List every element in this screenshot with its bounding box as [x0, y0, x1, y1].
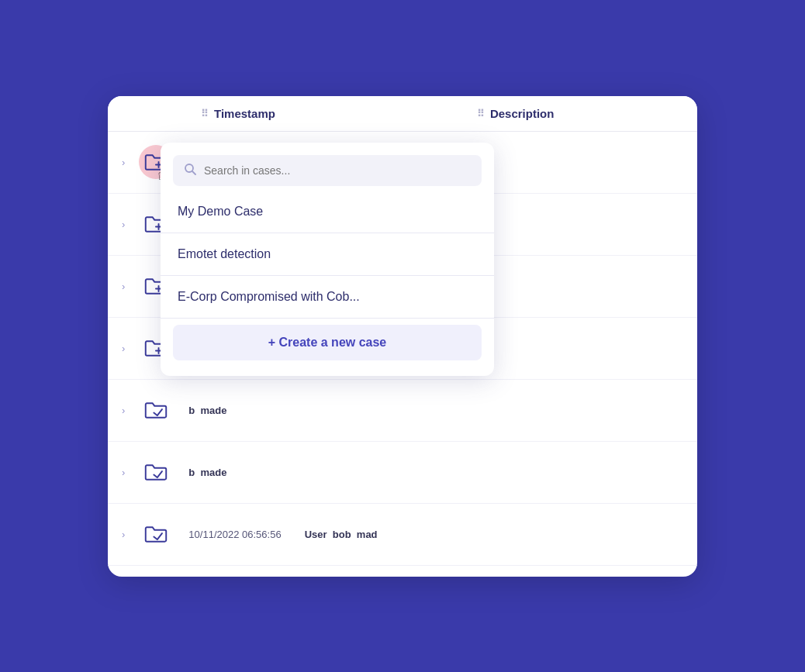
row-content: b made: [188, 405, 683, 416]
search-input[interactable]: [204, 164, 471, 177]
row-content: 10/11/2022 06:56:56 User bob mad: [188, 529, 683, 540]
row-timestamp: 10/11/2022 06:56:56: [188, 529, 281, 540]
row-desc: b made: [188, 467, 226, 478]
chevron-icon[interactable]: ›: [122, 343, 125, 354]
case-name: E-Corp Compromised with Cob...: [178, 290, 360, 303]
folder-check-button[interactable]: [139, 517, 173, 551]
case-item[interactable]: My Demo Case: [161, 194, 494, 229]
table-row: › 10/11/2022 06:56:56 User bob mad: [108, 504, 697, 566]
divider: [161, 275, 494, 276]
create-new-case-label: + Create a new case: [268, 336, 387, 350]
folder-check-button[interactable]: [139, 393, 173, 427]
case-name: My Demo Case: [178, 205, 263, 218]
row-desc: User bob mad: [305, 529, 378, 540]
divider: [161, 318, 494, 319]
timestamp-column-header: ⠿ Timestamp: [201, 107, 275, 120]
chevron-icon[interactable]: ›: [122, 467, 125, 478]
chevron-icon[interactable]: ›: [122, 281, 125, 292]
folder-check-icon: [144, 462, 168, 482]
dots-icon-description: ⠿: [477, 108, 485, 119]
cases-dropdown: My Demo Case Emotet detection E-Corp Com…: [161, 143, 494, 376]
description-label: Description: [490, 107, 555, 120]
case-name: Emotet detection: [178, 247, 271, 260]
svg-line-9: [192, 171, 195, 174]
folder-check-icon: [144, 524, 168, 544]
divider: [161, 233, 494, 233]
folder-check-button[interactable]: [139, 455, 173, 489]
row-content: b made: [188, 467, 683, 478]
row-desc: b made: [188, 405, 226, 416]
search-icon: [184, 163, 196, 178]
case-item[interactable]: E-Corp Compromised with Cob...: [161, 279, 494, 315]
table-header: ⠿ Timestamp ⠿ Description: [108, 96, 697, 132]
table-row: › b made: [108, 442, 697, 504]
table-row: › b made: [108, 380, 697, 442]
description-column-header: ⠿ Description: [477, 107, 555, 120]
chevron-icon[interactable]: ›: [122, 529, 125, 540]
main-card: ⠿ Timestamp ⠿ Description › ☞ TATION5: [108, 96, 697, 577]
folder-check-icon: [144, 400, 168, 420]
timestamp-label: Timestamp: [214, 107, 275, 120]
dots-icon-timestamp: ⠿: [201, 108, 209, 119]
case-item[interactable]: Emotet detection: [161, 236, 494, 272]
search-box: [173, 155, 482, 186]
create-new-case-button[interactable]: + Create a new case: [173, 325, 482, 360]
chevron-icon[interactable]: ›: [122, 405, 125, 416]
chevron-icon[interactable]: ›: [122, 157, 125, 168]
chevron-icon[interactable]: ›: [122, 219, 125, 230]
